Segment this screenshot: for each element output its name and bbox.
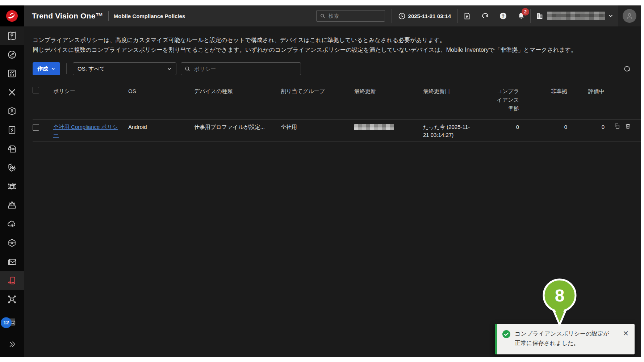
global-search-input[interactable]: [328, 13, 381, 19]
dashboard-gauge-icon: [7, 50, 17, 60]
row-assigned-group: 全社用: [281, 119, 354, 131]
create-button-label: 作成: [37, 66, 48, 72]
table-row[interactable]: 全社用 Compliance ポリシー Android 仕事用プロファイルが設定…: [33, 119, 641, 142]
chevron-down-icon: [51, 67, 55, 71]
email-envelope-icon: [7, 257, 17, 267]
description-line-1: コンプライアンスポリシーは、高度にカスタマイズ可能なルールと設定のセットで構成さ…: [33, 35, 641, 45]
notifications-button[interactable]: 2: [512, 12, 530, 20]
global-search[interactable]: [316, 10, 385, 22]
sidebar-item-reports[interactable]: [0, 64, 24, 83]
col-os[interactable]: OS: [128, 85, 194, 113]
page-description: コンプライアンスポリシーは、高度にカスタマイズ可能なルールと設定のセットで構成さ…: [33, 35, 641, 55]
sidebar-item-data-policies[interactable]: [0, 139, 24, 158]
select-all-checkbox[interactable]: [33, 87, 39, 93]
mobile-security-icon: [7, 275, 17, 286]
col-updated-by[interactable]: 最終更新: [354, 85, 423, 113]
row-actions: [605, 119, 641, 129]
sidebar-item-ai-assistant[interactable]: 12: [0, 312, 24, 331]
endpoint-nodes-icon: [7, 200, 17, 210]
sidebar-item-email-security[interactable]: [0, 252, 24, 271]
report-button[interactable]: [458, 12, 476, 20]
trash-icon: [625, 123, 631, 129]
toolbar: 作成 OS: すべて: [33, 62, 641, 75]
clock-icon: [398, 13, 405, 20]
col-compliant[interactable]: コンプライアンス準拠: [496, 85, 519, 113]
report-icon: [463, 12, 471, 20]
os-filter-value: OS: すべて: [78, 66, 105, 72]
datetime-value: 2025-11-21 03:14: [408, 13, 451, 19]
avatar: [623, 9, 636, 23]
refresh-icon: [623, 65, 631, 72]
sidebar-item-automation[interactable]: [0, 121, 24, 139]
notification-count-badge: 2: [522, 8, 529, 16]
sidebar-item-endpoint-security[interactable]: [0, 196, 24, 215]
account-switcher[interactable]: [531, 12, 618, 20]
delete-policy-button[interactable]: [625, 123, 631, 129]
title-divider: [108, 11, 109, 21]
col-last-updated[interactable]: 最終更新日: [423, 85, 496, 113]
main-content: コンプライアンスポリシーは、高度にカスタマイズ可能なルールと設定のセットで構成さ…: [24, 26, 641, 357]
map-pin-icon: [7, 31, 17, 41]
description-line-2: 同じデバイスに複数のコンプライアンスポリシーを割り当てることができます。いずれか…: [33, 45, 641, 55]
header-right: 2025-11-21 03:14 ?: [316, 5, 641, 26]
top-header: Trend Vision One™ Mobile Compliance Poli…: [0, 5, 641, 26]
sync-orbit-button[interactable]: [476, 12, 494, 20]
identity-shield-user-icon: [7, 163, 17, 173]
row-os: Android: [128, 119, 194, 131]
trend-micro-logo-icon: [6, 10, 18, 22]
sidebar-nav: 12: [0, 26, 24, 357]
copy-policy-button[interactable]: [614, 123, 620, 129]
copy-icon: [614, 123, 620, 129]
col-policy[interactable]: ポリシー: [53, 85, 128, 113]
sidebar-item-mobile-security[interactable]: [0, 271, 24, 290]
blurred-updated-by: [354, 124, 394, 130]
toast-close-button[interactable]: ✕: [622, 330, 630, 337]
col-noncompliant[interactable]: 非準拠: [519, 85, 567, 113]
sidebar-item-attack-surface[interactable]: [0, 290, 24, 309]
success-toast: コンプライアンスポリシーの設定が 正常に保存されました。 ✕: [495, 324, 635, 354]
col-evaluating[interactable]: 評価中: [567, 85, 605, 113]
policy-lock-document-icon: [7, 144, 17, 154]
blurred-account-name: [547, 12, 605, 20]
row-checkbox[interactable]: [33, 124, 39, 131]
chevron-down-icon: [608, 13, 613, 18]
user-menu[interactable]: [618, 5, 641, 26]
xdr-x-icon: [7, 88, 17, 97]
create-button[interactable]: 作成: [33, 62, 60, 75]
cloud-security-icon: [7, 219, 17, 229]
svg-text:?: ?: [502, 13, 505, 19]
sidebar-item-cloud-security[interactable]: [0, 215, 24, 233]
col-assigned-group[interactable]: 割り当てグループ: [281, 85, 354, 113]
policy-link[interactable]: 全社用 Compliance ポリシー: [53, 123, 122, 139]
toast-message: コンプライアンスポリシーの設定が 正常に保存されました。: [515, 329, 622, 348]
page-title: Mobile Compliance Policies: [114, 13, 185, 19]
row-last-updated: たった今 (2025-11- 21 03:14:27): [423, 119, 496, 139]
sidebar-item-data-security[interactable]: [0, 177, 24, 196]
os-filter-dropdown[interactable]: OS: すべて: [73, 62, 176, 75]
company-icon: [536, 12, 544, 20]
search-icon: [185, 66, 191, 72]
expand-chevrons-icon: [7, 340, 17, 349]
policy-search-input[interactable]: [193, 66, 297, 72]
row-evaluating-count: 0: [567, 119, 605, 131]
refresh-button[interactable]: [623, 65, 631, 72]
sidebar-item-platform-directory[interactable]: [0, 26, 24, 45]
sync-orbit-icon: [481, 12, 489, 20]
sidebar-item-dashboards[interactable]: [0, 45, 24, 64]
sidebar-item-xdr[interactable]: [0, 83, 24, 102]
package-insight-icon: [7, 106, 17, 116]
sidebar-item-identity-security[interactable]: [0, 158, 24, 177]
row-device-type: 仕事用プロファイルが設定...: [194, 119, 281, 131]
product-title: Trend Vision One™: [32, 12, 103, 20]
table-header: ポリシー OS デバイスの種類 割り当てグループ 最終更新 最終更新日 コンプラ…: [33, 85, 641, 113]
trend-micro-logo[interactable]: [0, 5, 24, 26]
help-button[interactable]: ?: [494, 12, 512, 20]
policy-search[interactable]: [181, 62, 301, 75]
attack-surface-search-icon: [7, 294, 17, 304]
col-device-type[interactable]: デバイスの種類: [194, 85, 281, 113]
sidebar-expand-button[interactable]: [0, 335, 24, 354]
row-noncompliant-count: 0: [519, 119, 567, 131]
sidebar-item-threat-insights[interactable]: [0, 102, 24, 121]
sidebar-item-network-security[interactable]: [0, 233, 24, 252]
ai-count-badge: 12: [1, 317, 12, 328]
